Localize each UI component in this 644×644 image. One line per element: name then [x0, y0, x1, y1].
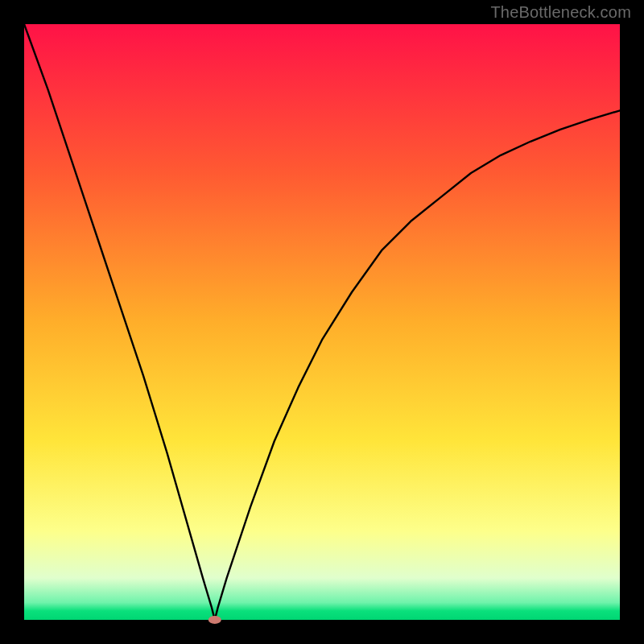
gradient-background	[24, 24, 620, 620]
bottleneck-chart	[0, 0, 644, 644]
minimum-marker	[208, 616, 221, 624]
watermark-text: TheBottleneck.com	[490, 3, 631, 22]
chart-frame: TheBottleneck.com	[0, 0, 644, 644]
